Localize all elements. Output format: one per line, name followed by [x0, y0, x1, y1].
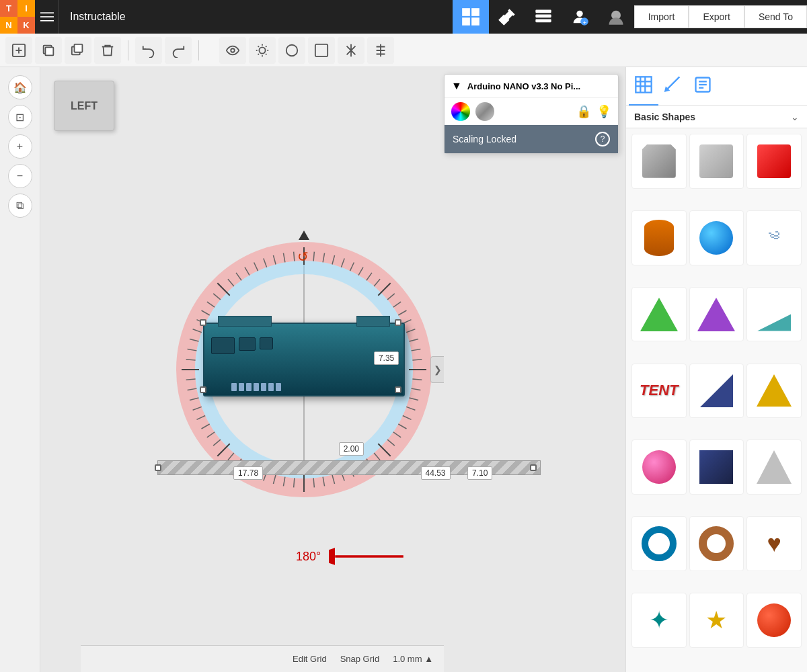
svg-line-71 — [283, 477, 284, 487]
nav-user-btn[interactable]: + — [562, 0, 598, 34]
arduino-component[interactable] — [193, 323, 415, 417]
bulb-icon[interactable]: 💡 — [597, 104, 611, 119]
delete-button[interactable] — [94, 37, 121, 64]
tab-notes[interactable] — [688, 67, 718, 106]
svg-line-102 — [273, 255, 276, 265]
shape-box-gray[interactable] — [631, 134, 687, 189]
layers-button[interactable]: ⧉ — [8, 194, 32, 218]
shape-box-red-icon — [757, 144, 791, 178]
svg-line-36 — [332, 255, 334, 265]
snap-grid-value[interactable]: 1.0 mm ▲ — [393, 654, 433, 664]
shape-tent[interactable]: TENT — [631, 364, 687, 419]
shape-wedge-blue[interactable] — [689, 364, 744, 419]
svg-point-21 — [231, 48, 235, 52]
handle-platform-left[interactable] — [155, 464, 161, 471]
nav-tools-btn[interactable] — [489, 0, 525, 34]
collapse-panel-handle[interactable]: ❯ — [430, 356, 444, 383]
nav-grid-btn[interactable] — [453, 0, 489, 34]
svg-line-38 — [350, 262, 354, 271]
shape-box-navy[interactable] — [689, 439, 744, 495]
view-button[interactable] — [219, 37, 246, 64]
shape-sphere-pink-icon — [642, 450, 676, 484]
shape-pyramid-yellow[interactable] — [746, 364, 802, 419]
shape-squig[interactable]: ༄ — [746, 210, 802, 265]
color-wheel[interactable] — [451, 102, 470, 121]
fit-button[interactable]: ⊡ — [8, 105, 32, 129]
logo-n: N — [0, 17, 17, 34]
home-button[interactable]: 🏠 — [8, 75, 32, 99]
duplicate-button[interactable] — [65, 37, 91, 64]
nav-avatar-btn[interactable] — [598, 0, 634, 34]
toolbar — [0, 34, 807, 67]
tab-grid[interactable] — [629, 67, 658, 106]
shape-heart[interactable]: ♥ — [746, 516, 802, 571]
handle-bottom-left[interactable] — [200, 386, 206, 393]
shape-sphere-red[interactable] — [746, 593, 802, 648]
shape-dropdown-arrow[interactable]: ⌄ — [791, 112, 799, 122]
svg-rect-6 — [471, 17, 479, 26]
canvas-area[interactable]: LEFT ▼ Arduino NANO v3.3 No Pi... 🔒 💡 Sc… — [40, 67, 625, 672]
handle-top-right[interactable] — [395, 319, 401, 326]
arduino-pins — [231, 383, 281, 391]
shape-cylinder[interactable] — [631, 210, 687, 265]
shape-cone-gray[interactable] — [746, 439, 802, 495]
mirror-button[interactable] — [338, 37, 364, 64]
align-button[interactable] — [367, 37, 394, 64]
shape-button[interactable] — [278, 37, 305, 64]
export-button[interactable]: Export — [689, 5, 744, 28]
handle-bottom-right[interactable] — [395, 386, 401, 393]
handle-platform-right[interactable] — [530, 464, 537, 471]
svg-line-28 — [266, 54, 266, 54]
shape-torus-brown[interactable] — [689, 516, 744, 571]
svg-rect-8 — [535, 15, 551, 18]
zoom-out-button[interactable]: − — [8, 164, 32, 188]
scaling-bar: Scaling Locked ? — [445, 125, 618, 153]
svg-line-61 — [374, 453, 380, 460]
rotation-arrow-svg — [329, 546, 410, 566]
svg-line-95 — [213, 294, 221, 300]
svg-line-104 — [293, 252, 294, 261]
shape-sphere-blue[interactable] — [689, 210, 744, 265]
shape-wedge-teal[interactable] — [746, 287, 802, 342]
dropdown-arrow[interactable]: ▼ — [451, 80, 462, 92]
svg-line-34 — [313, 252, 314, 261]
shape-pyramid-yellow-icon — [757, 374, 792, 407]
svg-line-98 — [236, 273, 241, 280]
light-button[interactable] — [249, 37, 276, 64]
edit-grid-button[interactable]: Edit Grid — [293, 654, 327, 664]
import-button[interactable]: Import — [634, 5, 689, 28]
logo-t: T — [0, 0, 17, 17]
send-to-button[interactable]: Send To — [744, 5, 807, 28]
angle-value: 180° — [296, 550, 321, 564]
lock-icon[interactable]: 🔒 — [576, 104, 591, 119]
color-metal[interactable] — [475, 102, 494, 121]
view-cube-face[interactable]: LEFT — [54, 81, 114, 131]
import-export-area: Import Export Send To — [634, 5, 807, 28]
copy-button[interactable] — [35, 37, 62, 64]
svg-line-60 — [378, 444, 390, 456]
zoom-in-button[interactable]: + — [8, 134, 32, 159]
svg-rect-1 — [40, 16, 54, 17]
top-bar: T I N K Instructable + Import Export Sen… — [0, 0, 807, 34]
shape-sphere-pink[interactable] — [631, 439, 687, 495]
shape-torus-blue[interactable] — [631, 516, 687, 571]
redo-button[interactable] — [165, 37, 192, 64]
shape-pyramid-green[interactable] — [631, 287, 687, 342]
help-button[interactable]: ? — [595, 132, 610, 146]
nav-projects-btn[interactable] — [525, 0, 562, 34]
color-options: 🔒 💡 — [445, 98, 618, 125]
shape-box-red[interactable] — [746, 134, 802, 189]
app-menu-icon[interactable] — [35, 0, 59, 34]
svg-line-42 — [378, 283, 390, 295]
shape-pyramid-purple[interactable] — [689, 287, 744, 342]
tab-ruler[interactable] — [658, 67, 688, 106]
shape-box-wire[interactable] — [689, 134, 744, 189]
handle-top-left[interactable] — [200, 319, 206, 326]
shape-star-yellow[interactable]: ★ — [689, 593, 744, 648]
new-button[interactable] — [5, 37, 32, 64]
undo-button[interactable] — [135, 37, 162, 64]
grid-button[interactable] — [308, 37, 335, 64]
shape-star-teal[interactable]: ✦ — [631, 593, 687, 648]
shape-selector-label: Basic Shapes — [634, 112, 695, 122]
component-name: Arduino NANO v3.3 No Pi... — [467, 81, 611, 91]
